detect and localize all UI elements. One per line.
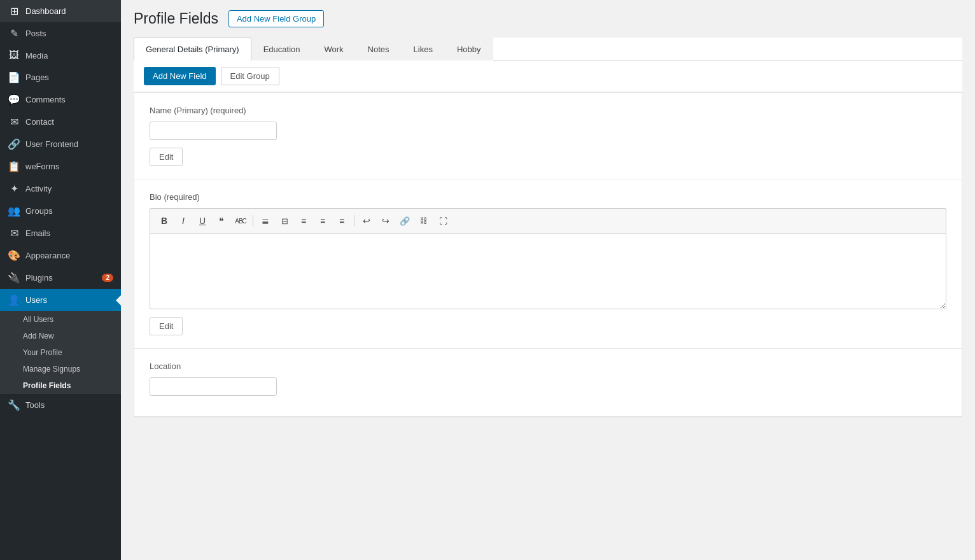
location-field-input[interactable] bbox=[150, 377, 277, 396]
bio-field-label: Bio (required) bbox=[150, 192, 946, 202]
sidebar-item-label: Groups bbox=[25, 206, 113, 216]
sidebar-item-label: Emails bbox=[25, 228, 113, 238]
sidebar-item-appearance[interactable]: 🎨 Appearance bbox=[0, 244, 121, 267]
emails-icon: ✉ bbox=[8, 227, 20, 239]
sidebar-sub-item-profile-fields[interactable]: Profile Fields bbox=[0, 377, 121, 394]
sidebar-item-label: Tools bbox=[25, 400, 113, 410]
tab-education[interactable]: Education bbox=[251, 38, 312, 60]
comments-icon: 💬 bbox=[8, 94, 20, 106]
active-arrow bbox=[116, 295, 121, 305]
italic-btn[interactable]: I bbox=[174, 213, 192, 229]
name-field-section: Name (Primary) (required) Edit bbox=[134, 93, 962, 179]
sidebar-item-label: Appearance bbox=[25, 251, 113, 260]
toolbar-separator bbox=[354, 215, 354, 227]
sidebar-item-label: Contact bbox=[25, 117, 113, 127]
weforms-icon: 📋 bbox=[8, 160, 20, 172]
sidebar: ⊞ Dashboard ✎ Posts 🖼 Media 📄 Pages 💬 Co… bbox=[0, 0, 121, 560]
sidebar-item-label: Pages bbox=[25, 73, 113, 82]
name-field-label: Name (Primary) (required) bbox=[150, 106, 946, 115]
align-center-btn[interactable]: ≡ bbox=[314, 213, 332, 229]
sidebar-item-label: Dashboard bbox=[25, 6, 113, 16]
name-field-input[interactable] bbox=[150, 122, 277, 140]
sidebar-sub-item-manage-signups[interactable]: Manage Signups bbox=[0, 361, 121, 377]
sidebar-item-activity[interactable]: ✦ Activity bbox=[0, 178, 121, 200]
add-new-field-group-button[interactable]: Add New Field Group bbox=[228, 10, 324, 27]
sidebar-sub-users: All UsersAdd NewYour ProfileManage Signu… bbox=[0, 311, 121, 394]
bio-editor-body[interactable] bbox=[150, 233, 946, 309]
page-header: Profile Fields Add New Field Group bbox=[134, 10, 962, 27]
redo-btn[interactable]: ↪ bbox=[377, 213, 395, 229]
align-right-btn[interactable]: ≡ bbox=[333, 213, 351, 229]
toolbar-separator bbox=[253, 215, 253, 227]
sidebar-item-tools[interactable]: 🔧 Tools bbox=[0, 394, 121, 416]
fields-content: Name (Primary) (required) Edit Bio (requ… bbox=[134, 92, 962, 417]
bio-field-edit-button[interactable]: Edit bbox=[150, 317, 183, 335]
users-icon: 👤 bbox=[8, 294, 20, 306]
fullscreen-btn[interactable]: ⛶ bbox=[434, 213, 452, 229]
name-field-edit-button[interactable]: Edit bbox=[150, 148, 183, 166]
tab-notes[interactable]: Notes bbox=[356, 38, 402, 60]
sidebar-item-media[interactable]: 🖼 Media bbox=[0, 45, 121, 66]
sidebar-item-user-frontend[interactable]: 🔗 User Frontend bbox=[0, 133, 121, 155]
tab-general[interactable]: General Details (Primary) bbox=[134, 38, 251, 60]
tabs-wrapper: General Details (Primary)EducationWorkNo… bbox=[134, 38, 962, 417]
ul-btn[interactable]: ≣ bbox=[256, 213, 274, 229]
sidebar-item-groups[interactable]: 👥 Groups bbox=[0, 200, 121, 222]
sidebar-item-dashboard[interactable]: ⊞ Dashboard bbox=[0, 0, 121, 22]
undo-btn[interactable]: ↩ bbox=[358, 213, 375, 229]
sidebar-item-label: Posts bbox=[25, 29, 113, 38]
sidebar-item-posts[interactable]: ✎ Posts bbox=[0, 22, 121, 45]
blockquote-btn[interactable]: ❝ bbox=[213, 213, 230, 229]
bio-field-section: Bio (required) BIU❝ABC≣⊟≡≡≡↩↪🔗⛓⛶ Edit bbox=[134, 179, 962, 349]
link-btn[interactable]: 🔗 bbox=[396, 213, 414, 229]
abc-btn[interactable]: ABC bbox=[232, 213, 249, 229]
sidebar-item-users[interactable]: 👤 Users bbox=[0, 289, 121, 311]
location-field-label: Location bbox=[150, 361, 946, 371]
sidebar-sub-item-all-users[interactable]: All Users bbox=[0, 311, 121, 328]
sidebar-sub-item-add-new[interactable]: Add New bbox=[0, 328, 121, 344]
ol-btn[interactable]: ⊟ bbox=[276, 213, 293, 229]
page-title: Profile Fields bbox=[134, 10, 218, 27]
tab-likes[interactable]: Likes bbox=[402, 38, 445, 60]
plugins-badge: 2 bbox=[102, 274, 113, 282]
sidebar-item-emails[interactable]: ✉ Emails bbox=[0, 222, 121, 244]
tabs-bar: General Details (Primary)EducationWorkNo… bbox=[134, 38, 962, 60]
dashboard-icon: ⊞ bbox=[8, 5, 20, 17]
bold-btn[interactable]: B bbox=[155, 213, 173, 229]
media-icon: 🖼 bbox=[8, 50, 20, 61]
appearance-icon: 🎨 bbox=[8, 249, 20, 262]
edit-group-button[interactable]: Edit Group bbox=[221, 67, 279, 85]
tab-hobby[interactable]: Hobby bbox=[445, 38, 493, 60]
sidebar-item-label: Plugins bbox=[25, 273, 97, 283]
align-left-btn[interactable]: ≡ bbox=[295, 213, 312, 229]
sidebar-item-label: Media bbox=[25, 51, 113, 60]
groups-icon: 👥 bbox=[8, 205, 20, 217]
activity-icon: ✦ bbox=[8, 183, 20, 195]
pages-icon: 📄 bbox=[8, 71, 20, 83]
sidebar-item-contact[interactable]: ✉ Contact bbox=[0, 111, 121, 133]
sidebar-item-label: Comments bbox=[25, 95, 113, 104]
sidebar-sub-item-your-profile[interactable]: Your Profile bbox=[0, 344, 121, 361]
user-frontend-icon: 🔗 bbox=[8, 138, 20, 150]
plugins-icon: 🔌 bbox=[8, 272, 20, 284]
location-field-section: Location bbox=[134, 349, 962, 417]
sidebar-nav: ⊞ Dashboard ✎ Posts 🖼 Media 📄 Pages 💬 Co… bbox=[0, 0, 121, 416]
sidebar-item-comments[interactable]: 💬 Comments bbox=[0, 88, 121, 111]
unlink-btn[interactable]: ⛓ bbox=[415, 213, 433, 229]
bio-editor-toolbar: BIU❝ABC≣⊟≡≡≡↩↪🔗⛓⛶ bbox=[150, 208, 946, 233]
underline-btn[interactable]: U bbox=[193, 213, 211, 229]
posts-icon: ✎ bbox=[8, 27, 20, 39]
contact-icon: ✉ bbox=[8, 116, 20, 128]
sidebar-item-pages[interactable]: 📄 Pages bbox=[0, 66, 121, 88]
sidebar-item-label: Activity bbox=[25, 184, 113, 193]
main-content: Profile Fields Add New Field Group Gener… bbox=[121, 0, 975, 560]
sidebar-item-label: weForms bbox=[25, 162, 113, 171]
tab-work[interactable]: Work bbox=[312, 38, 355, 60]
action-row: Add New Field Edit Group bbox=[134, 60, 962, 92]
sidebar-item-label: User Frontend bbox=[25, 139, 113, 149]
sidebar-item-weforms[interactable]: 📋 weForms bbox=[0, 155, 121, 178]
add-new-field-button[interactable]: Add New Field bbox=[144, 67, 216, 85]
sidebar-item-plugins[interactable]: 🔌 Plugins 2 bbox=[0, 267, 121, 289]
sidebar-item-label: Users bbox=[25, 295, 113, 305]
tools-icon: 🔧 bbox=[8, 399, 20, 411]
